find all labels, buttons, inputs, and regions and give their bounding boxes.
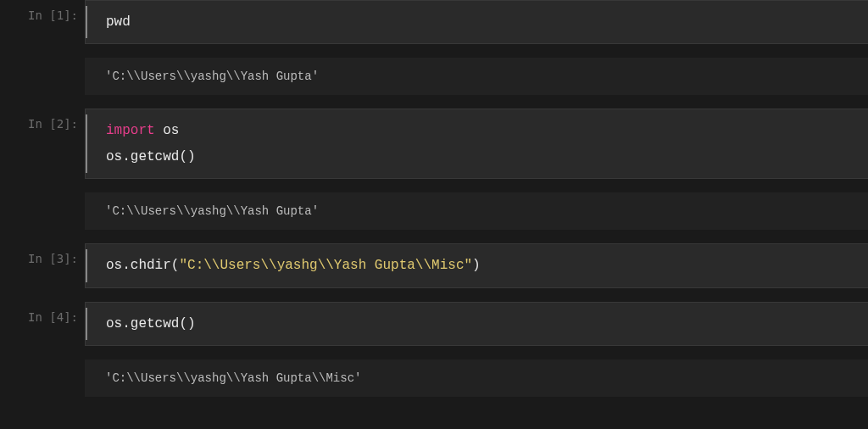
code-cell[interactable]: In [4]: os.getcwd() (0, 302, 868, 346)
code-line: os.chdir("C:\\Users\\yashg\\Yash Gupta\\… (106, 253, 856, 278)
input-prompt: In [2]: (0, 109, 85, 131)
code-cell[interactable]: In [3]: os.chdir("C:\\Users\\yashg\\Yash… (0, 243, 868, 287)
output-prompt (0, 58, 85, 70)
output-cell: 'C:\\Users\\yashg\\Yash Gupta\\Misc' (0, 359, 868, 397)
output-cell: 'C:\\Users\\yashg\\Yash Gupta' (0, 192, 868, 230)
module-token: os (163, 123, 179, 138)
code-area[interactable]: os.getcwd() (85, 302, 868, 346)
input-prompt: In [1]: (0, 0, 85, 22)
output-prompt (0, 359, 85, 371)
input-prompt: In [4]: (0, 302, 85, 324)
output-text: 'C:\\Users\\yashg\\Yash Gupta\\Misc' (105, 371, 361, 385)
code-text: os.chdir( (106, 258, 179, 273)
output-area: 'C:\\Users\\yashg\\Yash Gupta' (85, 58, 868, 95)
string-token: "C:\\Users\\yashg\\Yash Gupta\\Misc" (179, 258, 472, 273)
code-line: pwd (106, 9, 856, 35)
code-area[interactable]: pwd (85, 0, 868, 44)
output-text: 'C:\\Users\\yashg\\Yash Gupta' (105, 70, 319, 83)
code-text: ) (472, 258, 481, 273)
output-prompt (0, 192, 85, 204)
notebook: In [1]: pwd 'C:\\Users\\yashg\\Yash Gupt… (0, 0, 868, 397)
code-area[interactable]: os.chdir("C:\\Users\\yashg\\Yash Gupta\\… (85, 243, 868, 287)
output-area: 'C:\\Users\\yashg\\Yash Gupta\\Misc' (85, 359, 868, 397)
output-cell: 'C:\\Users\\yashg\\Yash Gupta' (0, 58, 868, 95)
code-line: import os os.getcwd() (106, 118, 856, 170)
code-cell[interactable]: In [1]: pwd (0, 0, 868, 44)
code-text: os.getcwd() (106, 149, 196, 164)
code-cell[interactable]: In [2]: import os os.getcwd() (0, 109, 868, 179)
output-area: 'C:\\Users\\yashg\\Yash Gupta' (85, 192, 868, 230)
keyword-token: import (106, 123, 155, 138)
output-text: 'C:\\Users\\yashg\\Yash Gupta' (105, 204, 319, 218)
input-prompt: In [3]: (0, 243, 85, 265)
code-line: os.getcwd() (106, 311, 856, 337)
code-area[interactable]: import os os.getcwd() (85, 109, 868, 179)
